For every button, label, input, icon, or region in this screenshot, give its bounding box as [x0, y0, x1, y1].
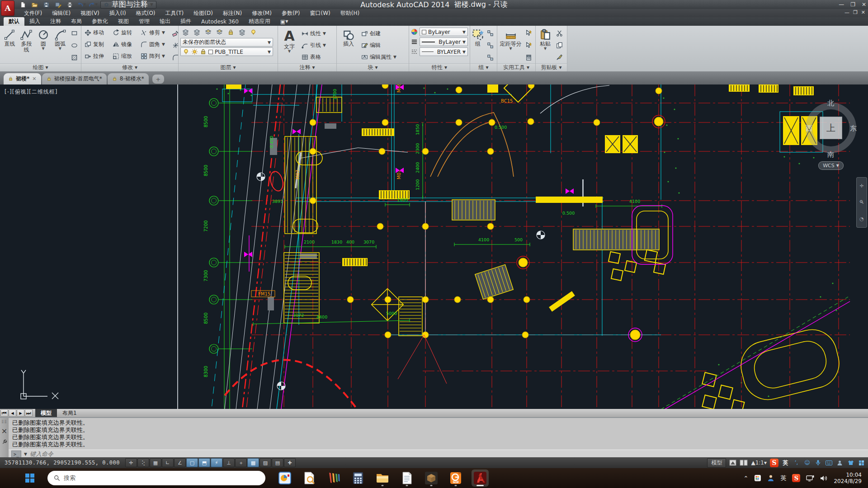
ribbon-tab-插件[interactable]: 插件 [175, 17, 196, 26]
modify-scale-button[interactable]: 缩放 [111, 51, 139, 61]
minimize-button[interactable]: — [839, 1, 844, 8]
modify-array-button[interactable]: 阵列▼ [139, 51, 169, 61]
panel-title-annotate[interactable]: 注释 ▾ [278, 63, 336, 71]
annotate-表格-button[interactable]: 表格 [300, 52, 327, 62]
tab-model[interactable]: 模型 [35, 409, 57, 417]
autocad-app-menu-button[interactable]: A [1, 0, 14, 16]
command-prompt-icon[interactable]: >_ [11, 450, 21, 458]
ribbon-minimize-icon[interactable]: ▣ ▼ [275, 17, 293, 26]
open-icon[interactable] [30, 0, 39, 9]
toggle-dynamic-input[interactable]: ＋ [235, 458, 247, 467]
doc-minimize-button[interactable]: — [844, 9, 849, 15]
paste-button[interactable]: 粘贴▼ [538, 27, 553, 63]
menu-窗口W[interactable]: 窗口(W) [305, 9, 335, 17]
overkill-icon[interactable] [170, 52, 178, 62]
tray-widgets-icon[interactable] [754, 474, 761, 482]
modify-stretch-button[interactable]: 拉伸 [83, 51, 111, 61]
menu-标注N[interactable]: 标注(N) [218, 9, 247, 17]
ime-lang-indicator[interactable]: 英 [782, 459, 789, 467]
file-tab-裙楼报建-首层电气[interactable]: 裙楼报建-首层电气* [42, 73, 107, 84]
arc-button[interactable]: 圆弧▼ [52, 27, 68, 63]
layer-match-icon[interactable] [237, 27, 247, 37]
panel-title-clipboard[interactable]: 剪贴板 ▾ [536, 63, 567, 71]
menu-绘图D[interactable]: 绘图(D) [189, 9, 218, 17]
menu-帮助H[interactable]: 帮助(H) [335, 9, 364, 17]
menu-格式O[interactable]: 格式(O) [131, 9, 160, 17]
menu-参数P[interactable]: 参数(P) [277, 9, 305, 17]
orbit-icon[interactable]: ◔ [859, 216, 864, 222]
block-编辑属性-button[interactable]: 编辑属性▼ [360, 52, 398, 62]
lineweight-dropdown[interactable]: ByLayer▼ [420, 38, 468, 46]
annotate-引线-button[interactable]: 引线▼ [300, 40, 327, 51]
layout-quickview-icon[interactable] [729, 460, 736, 466]
viewcube-east[interactable]: 东 [850, 124, 857, 133]
object-color-dropdown[interactable]: ByLayer▼ [420, 28, 468, 36]
ribbon-tab-默认[interactable]: 默认 [4, 17, 24, 26]
taskbar-app-doc-finder[interactable] [301, 469, 318, 487]
group-select-icon[interactable] [485, 52, 495, 62]
taskbar-search-box[interactable]: 搜索 [47, 471, 265, 485]
quick-select-icon[interactable] [524, 28, 533, 38]
tray-volume-icon[interactable] [820, 475, 828, 482]
doc-close-button[interactable]: ✕ [861, 9, 865, 15]
ribbon-tab-插入[interactable]: 插入 [24, 17, 45, 26]
toggle-grid-display[interactable]: ▦ [150, 458, 161, 467]
tab-layout1[interactable]: 布局1 [57, 409, 82, 417]
taskbar-clock[interactable]: 10:042024/8/29 [834, 472, 862, 484]
toggle-polar-tracking[interactable]: ∠ [174, 458, 186, 467]
tray-display-icon[interactable] [806, 475, 814, 482]
toggle-selection-cycling[interactable]: ✚ [284, 458, 296, 467]
annotation-scale-icon[interactable]: ▲ 1:1 ▾ [751, 460, 767, 466]
panel-title-utilities[interactable]: 实用工具 ▾ [497, 63, 535, 71]
ime-keyboard-icon[interactable] [825, 459, 833, 467]
erase-icon[interactable] [170, 28, 178, 38]
layer-lock-icon[interactable] [226, 27, 236, 37]
toggle-object-snap-tracking[interactable]: ⚡ [211, 458, 222, 467]
panel-title-group[interactable]: 组 ▾ [470, 63, 497, 71]
ribbon-tab-输出[interactable]: 输出 [155, 17, 175, 26]
tray-expand-icon[interactable]: ⌃ [744, 475, 749, 482]
command-wrench-icon[interactable] [2, 439, 7, 445]
start-button[interactable] [25, 473, 35, 483]
text-button[interactable]: A文字▼ [280, 27, 299, 63]
menu-工具T[interactable]: 工具(T) [160, 9, 189, 17]
line-button[interactable]: 直线 [2, 27, 17, 63]
next-layout-icon[interactable]: ▸ [17, 409, 24, 417]
rectangle-icon[interactable] [69, 28, 79, 38]
new-icon[interactable] [18, 0, 27, 9]
ime-emoji-icon[interactable]: ☺ [803, 459, 811, 467]
command-window-grip[interactable]: ⣿⣿ ✕ [0, 418, 9, 457]
toggle-quick-properties[interactable]: ▤ [272, 458, 283, 467]
command-window[interactable]: ⣿⣿ ✕ 已删除图案填充边界关联性。已删除图案填充边界关联性。已删除图案填充边界… [0, 417, 868, 457]
tab-close-icon[interactable]: ✕ [32, 76, 36, 82]
file-tab-8-裙楼水[interactable]: 8-裙楼水* [108, 73, 149, 84]
toggle-ortho-mode[interactable]: ∟ [162, 458, 174, 467]
viewcube-top-face[interactable]: 上 [820, 117, 842, 139]
pan-icon[interactable]: ✛ [859, 183, 863, 189]
group-button[interactable]: 组 [472, 27, 484, 63]
linetype-dropdown[interactable]: BYLAYER▼ [420, 47, 468, 56]
restore-button[interactable]: ❐ [850, 1, 855, 8]
viewcube-west[interactable]: 西 [806, 124, 812, 133]
toggle-3d-object-snap[interactable]: ⬒ [198, 458, 210, 467]
ime-account-icon[interactable] [836, 459, 844, 467]
modify-rotate-button[interactable]: 旋转 [111, 27, 139, 38]
taskbar-app-wps[interactable] [276, 469, 293, 487]
panel-title-block[interactable]: 块 ▾ [337, 63, 409, 71]
layer-dropdown[interactable]: PUB_TITLE▼ [180, 47, 273, 56]
tray-lang-indicator[interactable]: 英 [780, 474, 786, 482]
toggle-lineweight[interactable]: ▩ [247, 458, 259, 467]
ungroup-icon[interactable] [485, 28, 495, 38]
ellipse-icon[interactable] [69, 40, 79, 50]
panel-title-layers[interactable]: 图层 ▾ [179, 63, 278, 71]
ime-punctuation-icon[interactable]: ’, [793, 459, 800, 467]
drawing-quickview-icon[interactable] [740, 460, 748, 466]
layer-freeze-icon[interactable] [214, 27, 224, 37]
panel-title-draw[interactable]: 绘图 ▾ [0, 63, 81, 71]
viewcube-south[interactable]: 南 [827, 150, 834, 159]
quick-calc-icon[interactable] [524, 52, 533, 62]
modify-trim-button[interactable]: 修剪▼ [139, 27, 169, 38]
ribbon-tab-管理[interactable]: 管理 [134, 17, 155, 26]
new-tab-button[interactable]: + [152, 75, 164, 84]
menu-插入I[interactable]: 插入(I) [104, 9, 131, 17]
